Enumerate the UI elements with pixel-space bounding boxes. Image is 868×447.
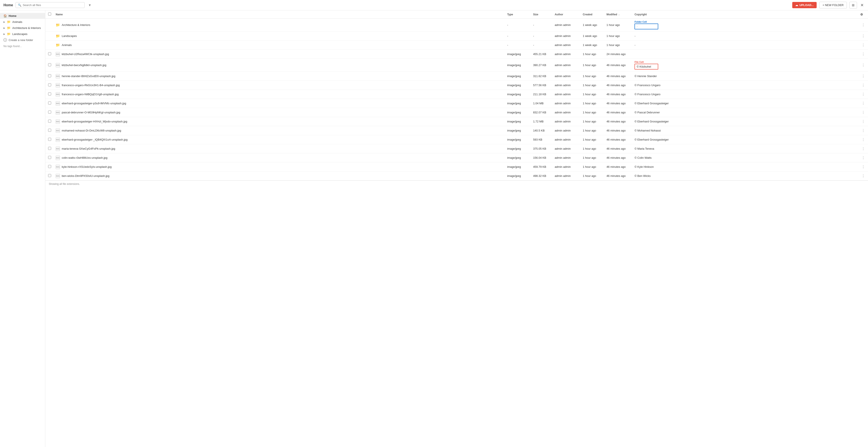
row-select-checkbox[interactable] — [48, 147, 51, 150]
row-created-cell: 1 hour ago — [581, 117, 605, 126]
row-author-cell: admin admin — [553, 99, 581, 108]
upload-button[interactable]: ☁ UPLOAD... — [792, 2, 817, 8]
row-actions-menu-button[interactable]: ⋮ — [860, 52, 866, 57]
file-type-icon: IMG — [56, 147, 60, 151]
row-actions-cell: ⋮ — [859, 144, 868, 153]
row-actions-menu-button[interactable]: ⋮ — [860, 42, 866, 48]
row-actions-menu-button[interactable]: ⋮ — [860, 63, 866, 68]
row-actions-menu-button[interactable]: ⋮ — [860, 146, 866, 151]
row-select-checkbox[interactable] — [48, 83, 51, 86]
table-row: IMGkitzbuhel-U2Reza4WCtk-unsplash.jpgima… — [45, 50, 868, 59]
row-name-text: eberhard-grossgasteiger-HXHzl_Wjxdo-unsp… — [62, 120, 127, 123]
row-select-checkbox[interactable] — [48, 63, 51, 66]
row-copyright-cell[interactable] — [633, 50, 859, 59]
select-all-header[interactable] — [45, 10, 54, 19]
row-select-checkbox[interactable] — [48, 156, 51, 159]
row-copyright-cell[interactable]: © Hennie Stander — [633, 72, 859, 81]
row-checkbox-cell — [45, 19, 54, 32]
row-actions-menu-button[interactable]: ⋮ — [860, 155, 866, 160]
sidebar-item-animals[interactable]: ▶ 📁 Animals — [0, 19, 45, 25]
row-modified-cell: 46 minutes ago — [605, 126, 633, 135]
row-actions-menu-button[interactable]: ⋮ — [860, 137, 866, 142]
row-actions-menu-button[interactable]: ⋮ — [860, 73, 866, 79]
row-created-cell: 1 hour ago — [581, 59, 605, 72]
row-actions-menu-button[interactable]: ⋮ — [860, 83, 866, 88]
new-folder-button[interactable]: + NEW FOLDER — [819, 2, 847, 8]
sidebar-item-architecture[interactable]: ▶ 📁 Architecture & Interiors — [0, 25, 45, 31]
row-select-checkbox[interactable] — [48, 111, 51, 114]
col-header-type[interactable]: Type — [505, 10, 531, 19]
row-copyright-cell[interactable]: © Maria Teneva — [633, 144, 859, 153]
row-copyright-cell[interactable]: © Mohamed Nohassi — [633, 126, 859, 135]
folder-copyright-box[interactable]: - — [634, 24, 658, 29]
row-copyright-cell[interactable]: Folder Cell- — [633, 19, 859, 32]
row-name-text: maria-teneva-SXwCyG4FoPk-unsplash.jpg — [62, 147, 115, 150]
row-actions-menu-button[interactable]: ⋮ — [860, 110, 866, 115]
file-type-icon: IMG — [56, 74, 60, 79]
row-copyright-cell[interactable]: © Francesco Ungaro — [633, 81, 859, 90]
create-folder-button[interactable]: + Create a new folder — [0, 37, 45, 43]
row-checkbox-cell — [45, 72, 54, 81]
row-copyright-cell[interactable]: © Ben Wicks — [633, 172, 859, 181]
row-name-text[interactable]: Animals — [62, 43, 72, 47]
row-select-checkbox[interactable] — [48, 138, 51, 141]
row-select-checkbox[interactable] — [48, 120, 51, 123]
row-copyright-cell[interactable]: - — [633, 40, 859, 50]
row-copyright-cell[interactable]: © Eberhard Grossgasteiger — [633, 99, 859, 108]
row-name-text[interactable]: Landscapes — [62, 34, 77, 37]
filter-button[interactable]: ▼ — [87, 2, 92, 8]
settings-icon[interactable]: ⚙ — [860, 13, 863, 16]
row-select-checkbox[interactable] — [48, 74, 51, 77]
row-copyright-cell[interactable]: © Francesco Ungaro — [633, 90, 859, 99]
sidebar-item-landscapes[interactable]: ▶ 📁 Landscapes — [0, 31, 45, 37]
row-author-cell: admin admin — [553, 90, 581, 99]
row-created-cell: 1 hour ago — [581, 172, 605, 181]
row-copyright-cell[interactable]: © Eberhard Grossgasteiger — [633, 117, 859, 126]
row-name-text[interactable]: Architecture & Interiors — [62, 23, 90, 27]
row-select-checkbox[interactable] — [48, 52, 51, 55]
file-copyright-box[interactable]: © Kitzbuhel — [634, 64, 658, 69]
row-actions-menu-button[interactable]: ⋮ — [860, 128, 866, 133]
select-all-checkbox[interactable] — [48, 12, 51, 16]
row-author-cell: admin admin — [553, 117, 581, 126]
row-copyright-cell[interactable]: © Pascal Debrunner — [633, 108, 859, 117]
search-input[interactable] — [23, 3, 82, 7]
row-modified-cell: 1 hour ago — [605, 19, 633, 32]
row-select-checkbox[interactable] — [48, 165, 51, 168]
row-select-checkbox[interactable] — [48, 101, 51, 105]
grid-view-button[interactable]: ⊞ — [849, 2, 857, 9]
table-row: IMGcolin-watts-r3wH8lliUxs-unsplash.jpgi… — [45, 153, 868, 162]
file-table: Name Type Size Author Created Modified ↓… — [45, 10, 868, 181]
row-copyright-cell[interactable]: © Eberhard Grossgasteiger — [633, 135, 859, 144]
row-checkbox-cell — [45, 32, 54, 40]
row-actions-menu-button[interactable]: ⋮ — [860, 23, 866, 27]
row-checkbox-cell — [45, 81, 54, 90]
col-header-copyright[interactable]: Copyright — [633, 10, 859, 19]
row-copyright-cell[interactable]: © Kyle Hinkson — [633, 162, 859, 172]
row-actions-menu-button[interactable]: ⋮ — [860, 119, 866, 124]
row-actions-menu-button[interactable]: ⋮ — [860, 92, 866, 97]
row-created-cell: 1 hour ago — [581, 81, 605, 90]
row-created-cell: 1 hour ago — [581, 90, 605, 99]
col-header-created[interactable]: Created — [581, 10, 605, 19]
row-copyright-cell[interactable]: © Colin Watts — [633, 153, 859, 162]
col-header-author[interactable]: Author — [553, 10, 581, 19]
row-select-checkbox[interactable] — [48, 174, 51, 177]
close-button[interactable]: ✕ — [860, 2, 865, 8]
row-actions-menu-button[interactable]: ⋮ — [860, 33, 866, 38]
col-header-name[interactable]: Name — [54, 10, 505, 19]
sidebar-item-home[interactable]: 🏠 Home — [0, 13, 45, 19]
col-header-modified[interactable]: Modified ↓ — [605, 10, 633, 19]
row-copyright-cell[interactable]: File Cell© Kitzbuhel — [633, 59, 859, 72]
col-header-size[interactable]: Size — [531, 10, 553, 19]
row-actions-menu-button[interactable]: ⋮ — [860, 164, 866, 169]
row-size-cell: 1.72 MB — [531, 117, 553, 126]
row-type-cell: - — [505, 32, 531, 40]
row-actions-menu-button[interactable]: ⋮ — [860, 101, 866, 106]
file-type-icon: IMG — [56, 119, 60, 124]
row-select-checkbox[interactable] — [48, 129, 51, 132]
row-select-checkbox[interactable] — [48, 92, 51, 95]
folder-icon: 📁 — [56, 34, 60, 38]
row-copyright-cell[interactable]: - — [633, 32, 859, 40]
row-actions-menu-button[interactable]: ⋮ — [860, 173, 866, 178]
